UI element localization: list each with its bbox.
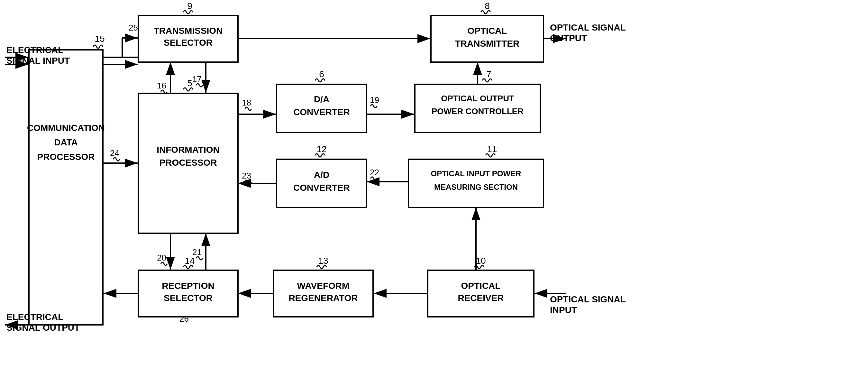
ref-23: 23 [242,171,251,180]
opt-in-pwr-meas-label1: OPTICAL INPUT POWER [431,169,521,178]
da-conv-label2: CONVERTER [293,107,350,117]
opt-recv-label2: RECEIVER [458,293,504,303]
ref-21: 21 [192,247,202,257]
ref-26: 26 [180,314,189,324]
trans-selector-label2: SELECTOR [164,38,213,48]
ref-25: 25 [129,23,138,32]
ref-16: 16 [157,81,166,90]
info-proc-label1: INFORMATION [157,145,219,155]
ref-24: 24 [110,148,119,158]
elec-sig-output-label1: ELECTRICAL [6,312,63,322]
opt-sig-input-label2: INPUT [550,305,577,315]
opt-in-pwr-meas-label2: MEASURING SECTION [434,183,518,191]
ref-18: 18 [242,98,251,108]
opt-trans-label2: TRANSMITTER [455,38,520,49]
ref-20: 20 [157,253,166,263]
trans-selector-label1: TRANSMISSION [154,26,223,36]
ref-11: 11 [487,144,497,154]
info-proc-label2: PROCESSOR [159,158,217,168]
ref-8: 8 [485,1,490,11]
comm-data-proc-label: COMMUNICATION [27,123,105,133]
waveform-regen-label2: REGENERATOR [288,293,358,303]
ref-12: 12 [316,144,327,154]
opt-sig-output-label1: OPTICAL SIGNAL [550,23,626,32]
svg-text:DATA: DATA [54,137,78,147]
opt-out-pwr-ctrl-label1: OPTICAL OUTPUT [441,94,514,103]
ref-19: 19 [370,95,379,105]
opt-sig-input-label1: OPTICAL SIGNAL [550,294,626,304]
ref-15: 15 [95,34,104,44]
ref-13: 13 [318,256,328,266]
diagram-container: COMMUNICATION DATA PROCESSOR 15 TRANSMIS… [0,0,868,386]
recep-selector-label1: RECEPTION [162,281,214,291]
ref-5: 5 [187,78,192,88]
opt-trans-label1: OPTICAL [468,26,507,36]
ref-14: 14 [185,256,194,266]
ad-conv-label1: A/D [314,170,329,180]
ad-conv-label2: CONVERTER [293,183,350,193]
da-conv-label1: D/A [314,94,329,104]
ref-22: 22 [370,168,379,177]
elec-sig-input-label1: ELECTRICAL [6,45,63,55]
opt-out-pwr-ctrl-label2: POWER CONTROLLER [432,107,524,116]
comm-data-proc-box [29,50,103,325]
ref-7: 7 [486,69,491,79]
ref-17: 17 [192,74,202,84]
opt-recv-label1: OPTICAL [461,281,501,291]
waveform-regen-label1: WAVEFORM [297,281,349,291]
ref-9: 9 [187,1,192,11]
svg-text:PROCESSOR: PROCESSOR [37,152,95,162]
recep-selector-label2: SELECTOR [164,293,213,303]
elec-sig-output-label2: SIGNAL OUTPUT [6,323,80,333]
ref-10: 10 [476,256,486,266]
ref-6: 6 [319,69,324,79]
